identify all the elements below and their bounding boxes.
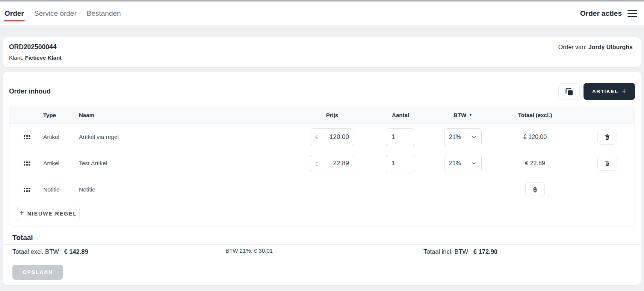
table-row: Artikel Artikel via regel € 120.00 1 21%… <box>9 124 635 150</box>
quantity-value: 1 <box>392 160 395 167</box>
btw-value: 21% <box>449 160 461 167</box>
drag-handle[interactable] <box>24 135 30 139</box>
order-content-title: Order inhoud <box>9 87 51 95</box>
order-content-header: Order inhoud ARTIKEL + <box>3 72 641 100</box>
total-incl-label: Totaal incl. BTW <box>423 248 468 255</box>
header-naam: Naam <box>79 112 299 118</box>
nav-tabs: Order Service order Bestanden <box>5 8 121 19</box>
table-row: Artikel Test Artikel € 22.89 1 21% € 22.… <box>9 150 635 176</box>
quantity-value: 1 <box>392 133 395 141</box>
currency-prefix: € <box>315 160 318 167</box>
klant-label: Klant: <box>9 54 23 61</box>
totals-title: Totaal <box>12 234 641 242</box>
nieuwe-regel-label: NIEUWE REGEL <box>27 211 77 217</box>
delete-row-button[interactable] <box>597 156 617 171</box>
total-incl: Totaal incl. BTW € 172.90 <box>423 248 641 255</box>
copy-icon <box>564 87 574 96</box>
order-content-card: Order inhoud ARTIKEL + Type Naam Prijs A… <box>3 72 641 285</box>
tab-service-order[interactable]: Service order <box>34 8 77 19</box>
add-artikel-button[interactable]: ARTIKEL + <box>584 83 635 100</box>
total-btw-line: BTW 21%: € 30.01 <box>225 247 423 254</box>
header-btw-label: BTW <box>454 112 466 118</box>
add-artikel-label: ARTIKEL <box>592 89 618 94</box>
row-type: Notitie <box>41 186 79 193</box>
btw-select[interactable]: 21% <box>444 155 482 172</box>
row-naam: Notitie <box>79 186 299 193</box>
trash-icon <box>604 134 611 141</box>
total-excl-label: Totaal excl. BTW <box>12 248 59 255</box>
nieuwe-regel-button[interactable]: + NIEUWE REGEL <box>17 206 80 221</box>
top-navigation: Order Service order Bestanden Order acti… <box>0 2 644 26</box>
chevron-down-icon <box>471 161 477 166</box>
plus-icon: + <box>622 87 626 96</box>
order-number: ORD202500044 <box>9 43 62 51</box>
drag-handle[interactable] <box>24 188 30 192</box>
delete-row-button[interactable] <box>597 130 617 145</box>
order-header-left: ORD202500044 Klant: Fictieve Klant <box>9 43 62 67</box>
totals-row: Totaal excl. BTW € 142.89 BTW 21%: € 30.… <box>3 248 641 255</box>
order-header-card: ORD202500044 Klant: Fictieve Klant Order… <box>3 37 641 67</box>
total-excl-value: € 142.89 <box>64 248 88 255</box>
btw-value: 21% <box>449 134 461 140</box>
drag-handle[interactable] <box>24 161 30 166</box>
row-type: Artikel <box>41 134 79 140</box>
order-van-value: Jordy Ulburghs <box>588 44 633 50</box>
row-total: € 120.00 <box>490 134 580 140</box>
row-naam: Artikel via regel <box>79 134 299 140</box>
chevron-down-icon <box>471 134 477 140</box>
plus-icon: + <box>20 209 24 217</box>
price-input[interactable]: € 120.00 <box>310 128 354 146</box>
table-header-row: Type Naam Prijs Aantal BTW ▼ Totaal (exc… <box>9 106 635 124</box>
price-value: 22.89 <box>318 160 349 167</box>
totals-divider <box>3 244 641 245</box>
btw-select[interactable]: 21% <box>444 128 482 146</box>
header-prijs: Prijs <box>299 112 366 118</box>
row-total: € 22.89 <box>490 160 580 167</box>
trash-icon <box>532 186 538 193</box>
tab-bestanden[interactable]: Bestanden <box>87 8 121 19</box>
price-input[interactable]: € 22.89 <box>310 155 354 172</box>
order-actions-menu[interactable]: Order acties <box>580 9 637 18</box>
sort-desc-icon: ▼ <box>469 113 472 117</box>
hamburger-menu-icon[interactable] <box>627 10 637 17</box>
total-excl: Totaal excl. BTW € 142.89 <box>12 248 225 255</box>
row-type: Artikel <box>41 160 79 167</box>
order-lines-table: Type Naam Prijs Aantal BTW ▼ Totaal (exc… <box>9 106 635 226</box>
total-incl-value: € 172.90 <box>473 248 497 255</box>
delete-row-button[interactable] <box>525 182 545 197</box>
klant-line: Klant: Fictieve Klant <box>9 54 62 61</box>
order-van-label: Order van: <box>558 44 587 50</box>
order-actions-label: Order acties <box>580 9 622 18</box>
duplicate-order-button[interactable] <box>558 83 580 100</box>
quantity-input[interactable]: 1 <box>386 155 415 172</box>
price-value: 120.00 <box>318 133 349 141</box>
header-btw[interactable]: BTW ▼ <box>435 112 490 118</box>
table-row: Notitie Notitie <box>9 176 635 203</box>
header-totaal: Totaal (excl.) <box>490 112 580 118</box>
tab-order[interactable]: Order <box>5 8 24 19</box>
header-buttons: ARTIKEL + <box>558 83 635 100</box>
trash-icon <box>604 160 611 167</box>
table-rows: Artikel Artikel via regel € 120.00 1 21%… <box>9 124 635 203</box>
row-naam: Test Artikel <box>79 160 299 167</box>
currency-prefix: € <box>315 134 318 140</box>
save-button[interactable]: OPSLAAN <box>12 265 63 280</box>
order-van-line: Order van: Jordy Ulburghs <box>558 44 633 67</box>
quantity-input[interactable]: 1 <box>386 128 415 146</box>
header-aantal: Aantal <box>366 112 435 118</box>
header-type: Type <box>41 112 79 118</box>
klant-value: Fictieve Klant <box>25 54 62 61</box>
